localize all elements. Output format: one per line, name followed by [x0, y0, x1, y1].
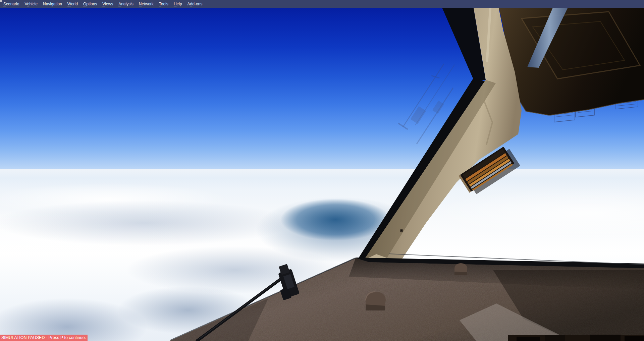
menu-item-tools[interactable]: Tools	[159, 0, 168, 8]
dash-knob-left	[366, 292, 386, 310]
cursor-artifact	[0, 0, 2, 2]
menu-label-text: cenario	[6, 2, 19, 6]
menu-label-text: d-ons	[192, 2, 202, 6]
menu-accel-letter: H	[174, 2, 177, 6]
menu-item-analysis[interactable]: Analysis	[118, 0, 133, 8]
menu-item-addons[interactable]: Add-ons	[187, 0, 203, 8]
menu-item-vehicle[interactable]: Vehicle	[24, 0, 38, 8]
post-screw-center	[401, 230, 402, 231]
menu-label-text: Navi	[43, 2, 51, 6]
pause-status-banner: SIMULATION PAUSED - Press P to continue.	[0, 335, 88, 341]
menu-item-navigation[interactable]: Navigation	[43, 0, 62, 8]
menu-label-text: ptions	[86, 2, 97, 6]
menu-accel-letter: A	[118, 2, 121, 6]
menu-item-network[interactable]: Network	[139, 0, 154, 8]
menu-label-text: ation	[53, 2, 62, 6]
menu-item-views[interactable]: Views	[102, 0, 113, 8]
cockpit-structure	[0, 0, 644, 341]
menu-item-help[interactable]: Help	[174, 0, 182, 8]
menu-accel-letter: g	[51, 2, 53, 6]
menu-item-options[interactable]: Options	[83, 0, 97, 8]
menu-label-text: nalysis	[121, 2, 133, 6]
menu-label-text: etwork	[142, 2, 154, 6]
menu-accel-letter: V	[102, 2, 105, 6]
menu-item-scenario[interactable]: Scenario	[3, 0, 19, 8]
dash-knob-right	[454, 263, 467, 275]
menu-bar-items: ScenarioVehicleNavigationWorldOptionsVie…	[0, 0, 202, 8]
menu-label-text: elp	[177, 2, 182, 6]
glareshield	[169, 255, 644, 341]
menu-label-text: orld	[71, 2, 78, 6]
menu-label-text: A	[187, 2, 190, 6]
menu-bar: ScenarioVehicleNavigationWorldOptionsVie…	[0, 0, 644, 8]
menu-accel-letter: O	[83, 2, 86, 6]
menu-accel-letter: W	[67, 2, 71, 6]
simulator-window: ScenarioVehicleNavigationWorldOptionsVie…	[0, 0, 644, 341]
menu-label-text: iews	[105, 2, 113, 6]
menu-label-text: hicle	[29, 2, 38, 6]
menu-label-text: V	[24, 2, 27, 6]
menu-accel-letter: S	[3, 2, 6, 6]
instrument-edge-strip	[508, 335, 644, 341]
menu-item-world[interactable]: World	[67, 0, 78, 8]
menu-label-text: ools	[161, 2, 168, 6]
menu-accel-letter: N	[139, 2, 142, 6]
